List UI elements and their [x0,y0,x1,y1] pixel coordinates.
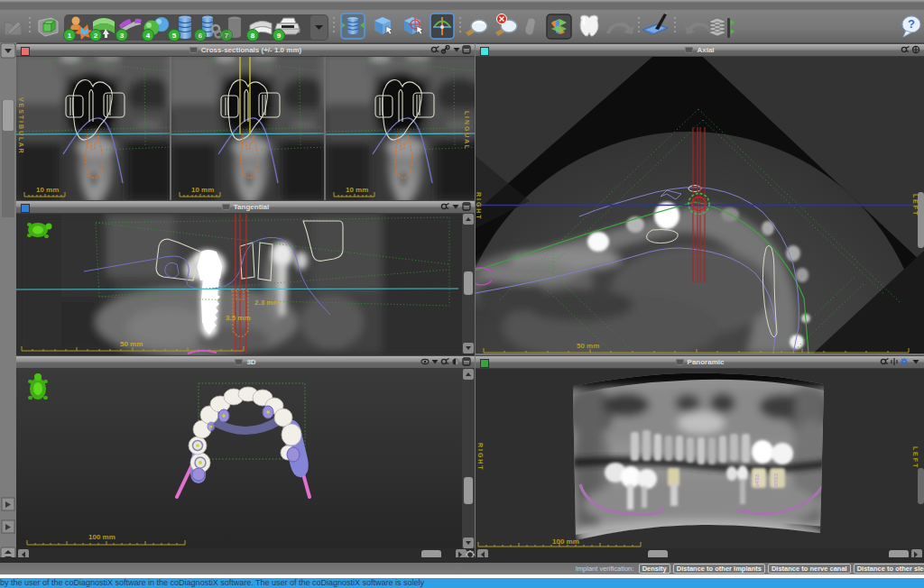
svg-text:L I N G U A L: L I N G U A L [464,111,470,150]
svg-text:B4S3: B4S3 [754,473,760,488]
svg-text:9: 9 [277,32,282,40]
svg-text:R I G H T: R I G H T [476,192,482,219]
svg-text:100 mm: 100 mm [88,533,116,541]
svg-text:1: 1 [68,32,72,40]
svg-text:B5S3: B5S3 [773,473,779,487]
svg-text:100 mm: 100 mm [552,537,579,546]
svg-text:50 mm: 50 mm [120,340,143,348]
svg-text:2.3 mm: 2.3 mm [254,299,280,307]
svg-text:50 mm: 50 mm [577,342,599,350]
svg-text:8: 8 [251,32,255,40]
svg-text:3.5 mm: 3.5 mm [226,314,251,322]
svg-text:7: 7 [225,32,229,40]
svg-text:R I G H T: R I G H T [477,443,484,470]
svg-text:3: 3 [120,32,125,40]
svg-text:6: 6 [199,32,203,40]
svg-text:L E F T: L E F T [912,446,919,468]
svg-text:4: 4 [146,32,151,40]
svg-text:L E F T: L E F T [912,194,919,216]
svg-text:V E S T I B U L A R: V E S T I B U L A R [18,97,24,153]
svg-text:5: 5 [172,32,177,40]
svg-text:2: 2 [94,32,98,40]
svg-text:?: ? [908,17,915,31]
